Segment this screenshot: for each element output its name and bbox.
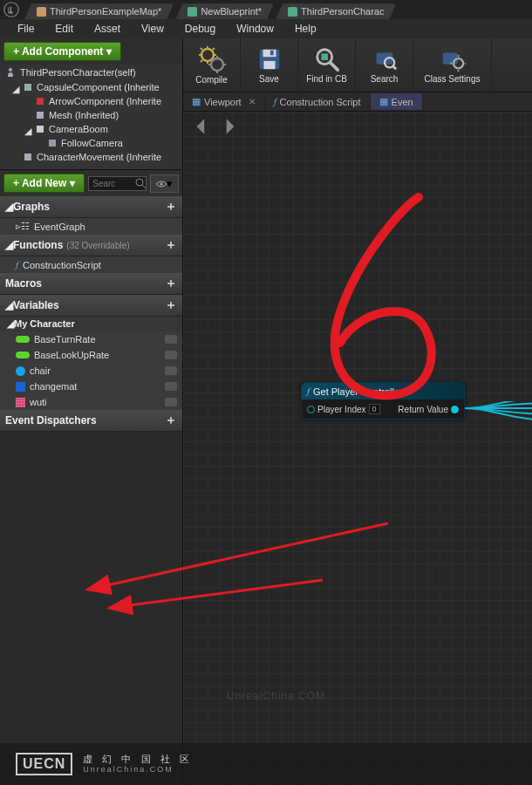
ue-logo-icon [3, 2, 19, 17]
menu-window[interactable]: Window [226, 20, 284, 38]
svg-point-4 [9, 68, 12, 72]
editor-main: CompileSaveFind in CBSearchClass Setting… [183, 38, 532, 785]
menu-debug[interactable]: Debug [174, 20, 226, 38]
nav-back-button[interactable] [190, 115, 213, 138]
app-tab-char[interactable]: ThirdPersonCharac [276, 3, 396, 19]
toolbar: CompileSaveFind in CBSearchClass Setting… [183, 38, 532, 92]
node-wires [465, 401, 532, 436]
menu-asset[interactable]: Asset [84, 20, 131, 38]
add-graph-button[interactable]: ＋ [165, 199, 177, 215]
variable-wuti[interactable]: wuti [0, 394, 182, 410]
components-panel: + Add Component ▾ ThirdPersonCharacter(s… [0, 38, 183, 785]
self-root-row[interactable]: ThirdPersonCharacter(self) [0, 65, 182, 80]
tab-even[interactable]: ▦Even [371, 93, 423, 110]
menu-edit[interactable]: Edit [44, 20, 84, 38]
component-cameraboom[interactable]: ◢CameraBoom [0, 122, 182, 136]
close-tab-icon[interactable]: ✕ [249, 97, 256, 106]
variable-changemat[interactable]: changemat [0, 379, 182, 394]
app-tab-newbp[interactable]: NewBlueprint* [175, 3, 274, 19]
svg-point-13 [160, 182, 163, 185]
section-macros[interactable]: Macros＋ [0, 273, 182, 295]
svg-point-14 [201, 49, 214, 61]
tab-viewport[interactable]: ▦Viewport✕ [183, 93, 265, 110]
search-icon [134, 177, 147, 189]
toolbar-find-in-cb[interactable]: Find in CB [298, 38, 356, 92]
event-graph-canvas[interactable]: 𝑓Get Player Controller Player Index0 Ret… [183, 112, 532, 785]
toolbar-search[interactable]: Search [356, 38, 413, 92]
variable-category-mycharacter[interactable]: ◢My Character [0, 317, 182, 331]
menu-file[interactable]: File [7, 20, 44, 38]
variable-chair[interactable]: chair [0, 363, 182, 379]
visibility-toggle-icon[interactable] [165, 382, 177, 391]
visibility-toggle-icon[interactable] [165, 335, 177, 344]
app-tab-map[interactable]: ThirdPersonExampleMap* [24, 3, 174, 19]
section-event-dispatchers[interactable]: Event Dispatchers＋ [0, 410, 182, 432]
menu-view[interactable]: View [131, 20, 174, 38]
svg-rect-8 [37, 126, 44, 133]
section-functions[interactable]: ◢Functions(32 Overridable)＋ [0, 235, 182, 256]
svg-rect-18 [263, 61, 275, 69]
section-variables[interactable]: ◢Variables＋ [0, 295, 182, 317]
menu-bar: File Edit Asset View Debug Window Help [0, 19, 532, 38]
toolbar-compile[interactable]: Compile [183, 38, 241, 92]
node-get-player-controller[interactable]: 𝑓Get Player Controller Player Index0 Ret… [301, 382, 465, 420]
component-charactermovement[interactable]: CharacterMovement (Inherite [0, 150, 182, 164]
visibility-toggle-icon[interactable] [165, 351, 177, 359]
svg-rect-19 [269, 51, 273, 56]
svg-line-12 [142, 185, 146, 188]
svg-point-15 [211, 58, 223, 71]
svg-rect-9 [49, 140, 56, 147]
svg-rect-6 [37, 98, 44, 105]
add-macro-button[interactable]: ＋ [165, 276, 177, 291]
pin-player-index[interactable]: Player Index0 [307, 404, 380, 414]
variable-baseturnrate[interactable]: BaseTurnRate [0, 331, 182, 347]
svg-rect-5 [24, 84, 31, 91]
add-dispatcher-button[interactable]: ＋ [165, 413, 177, 428]
svg-line-25 [392, 66, 396, 70]
menu-help[interactable]: Help [284, 20, 327, 38]
svg-rect-2 [188, 7, 197, 17]
my-blueprint-panel: + Add New ▾ ▾ ◢Graphs＋ ▹☷EventGraph ◢Fun… [0, 169, 182, 785]
visibility-toggle-icon[interactable] [165, 398, 177, 406]
nav-forward-button[interactable] [218, 115, 241, 138]
visibility-toggle-icon[interactable] [165, 366, 177, 375]
component-capsulecomponent[interactable]: ◢CapsuleComponent (Inherite [0, 80, 182, 94]
pin-return-value[interactable]: Return Value [398, 405, 459, 414]
title-tabs: ThirdPersonExampleMap* NewBlueprint* Thi… [0, 0, 532, 19]
view-options-button[interactable]: ▾ [150, 174, 179, 193]
tab-construction-script[interactable]: 𝑓Construction Script [265, 93, 371, 110]
component-mesh[interactable]: Mesh (Inherited) [0, 108, 182, 122]
toolbar-class-settings[interactable]: Class Settings [413, 38, 492, 92]
toolbar-save[interactable]: Save [241, 38, 298, 92]
item-constructionscript[interactable]: 𝑓ConstructionScript [0, 256, 182, 273]
svg-rect-1 [37, 7, 46, 17]
add-variable-button[interactable]: ＋ [165, 297, 177, 313]
add-new-button[interactable]: + Add New ▾ [3, 174, 85, 193]
node-title: 𝑓Get Player Controller [302, 383, 464, 399]
graph-tabs: ▦Viewport✕𝑓Construction Script▦Even [183, 92, 532, 112]
svg-line-21 [330, 63, 337, 70]
item-eventgraph[interactable]: ▹☷EventGraph [0, 218, 182, 235]
variable-baselookuprate[interactable]: BaseLookUpRate [0, 347, 182, 363]
add-function-button[interactable]: ＋ [165, 237, 177, 253]
svg-rect-10 [24, 154, 31, 160]
component-followcamera[interactable]: FollowCamera [0, 136, 182, 150]
component-arrowcomponent[interactable]: ArrowComponent (Inherite [0, 94, 182, 108]
graph-watermark-text: UnrealChina.COM [227, 690, 325, 702]
pawn-icon [5, 67, 16, 78]
svg-rect-17 [263, 50, 276, 57]
annotation-six [253, 181, 480, 408]
section-graphs[interactable]: ◢Graphs＋ [0, 196, 182, 218]
component-tree: ◢CapsuleComponent (InheriteArrowComponen… [0, 80, 182, 169]
add-component-button[interactable]: + Add Component ▾ [3, 42, 121, 61]
svg-rect-3 [288, 7, 297, 17]
svg-point-11 [136, 179, 143, 186]
svg-rect-7 [37, 112, 44, 119]
svg-rect-22 [321, 53, 328, 60]
